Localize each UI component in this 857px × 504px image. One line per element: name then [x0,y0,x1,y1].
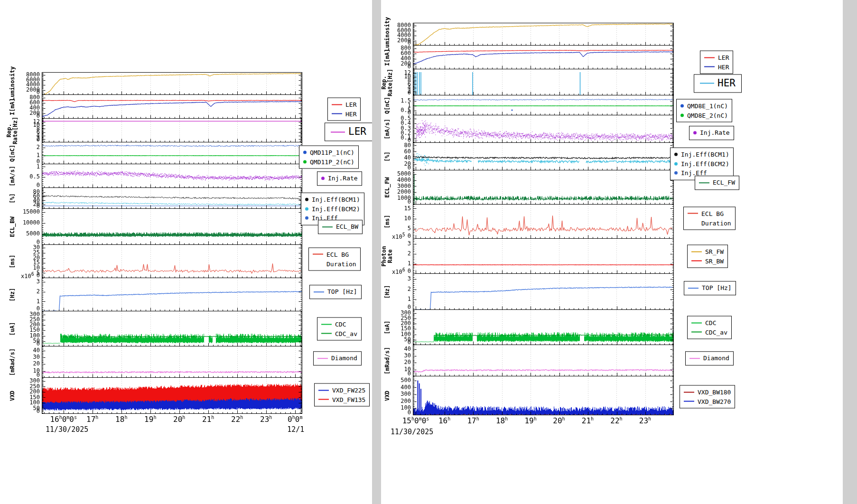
date-label: 11/30/2025 [391,428,433,436]
legend-entry: TOP [Hz] [688,283,732,293]
legend-diamond: Diamond [313,351,362,365]
ylabel-charge: Q[nC] [9,145,16,162]
legend-label: CDC_av [335,329,357,338]
ylabel-inj_eff: [%] [384,151,391,162]
legend-entry: Inj.Eff(BCM2) [674,159,729,168]
marker-line-icon [318,390,329,391]
ylabel-ecl_fw: ECL_FW [384,177,391,197]
legend-cdc: CDCCDC_av [687,316,732,339]
legend-entry: LER [331,126,366,138]
marker-dot-icon [303,160,307,163]
legend-label: TOP [Hz] [702,283,732,293]
marker-line-icon [314,291,324,292]
ylabel-cdc: [uA] [384,321,391,335]
marker-line-icon [322,226,333,227]
legend-label: ECL BG Duration [701,209,731,228]
marker-line-icon [700,83,714,84]
legend-entry: QMD8E_1(nC) [680,102,728,111]
legend-entry: QMD8E_2(nC) [680,111,728,120]
marker-line-icon [332,104,342,105]
ylabel-ecl_bg: [ms] [384,215,391,229]
legend-label: HER [717,77,736,89]
legend-entry: Inj.Eff(BCM1) [674,150,729,159]
x-tick-label: 17h [467,416,479,425]
legend-entry: SR_BW [691,256,724,266]
legend-label: HER [345,109,356,119]
legend-entry: HER [704,62,729,72]
legend-entry: Diamond [317,354,357,363]
legend-her: HER [694,74,742,93]
legend-label: Inj.Eff(BCM1) [681,150,729,159]
legend-label: VXD_FW135 [332,395,365,404]
legend-ecl-bw: ECL_BW [318,220,363,234]
ylabel-inj_eff: [%] [9,193,16,204]
legend-vxd-bw180: VXD_BW180VXD_BW270 [680,385,735,409]
date-label: 11/30/2025 [46,425,88,434]
legend-label: Inj.Eff(BCM1) [312,195,360,205]
legend-entry: QMD11P_2(nC) [303,157,354,167]
legend-label: TOP [Hz] [327,287,357,297]
ylabel-rep_rate: Rep. Rate[Hz] [6,117,18,144]
legend-label: HER [718,62,729,72]
ylabel-inj_rate: [mA/s] [9,166,16,186]
panel-right-strip-charts: LuminosityI[mA]Rep. Rate[Hz]Q[nC][mA/s][… [381,0,843,504]
marker-line-icon [313,254,323,255]
legend-label: VXD_BW270 [698,397,731,406]
legend-label: LER [348,126,366,138]
exp-label-top: x106 [21,271,34,280]
legend-label: LER [345,100,356,110]
exp-label-top: x106 [392,267,405,275]
axis-label-overlay: LuminosityI[mA]Rep. Rate[Hz]Q[nC][mA/s][… [381,0,674,415]
x-tick-label: 20h [173,415,185,424]
x-tick-label: 17h [86,415,98,424]
legend-entry: ECL BG Duration [688,209,731,228]
legend-qmd11p-1-nc: QMD11P_1(nC)QMD11P_2(nC) [299,146,359,169]
legend-entry: VXD_BW270 [684,397,731,406]
legend-inj-rate: Inj.Rate [317,171,362,186]
ylabel-vxd: VXD [384,391,391,401]
marker-line-icon [688,288,699,289]
legend-entry: LER [704,53,729,63]
legend-diamond: Diamond [685,351,734,365]
legend-label: LER [718,53,729,63]
ylabel-photon: Photon Rate [381,246,393,266]
marker-dot-icon [693,131,697,135]
ylabel-top: [Hz] [384,285,391,299]
x-axis: 15h0m0s16h17h18h19h20h21h22h23h11/30/202… [381,415,674,439]
x-tick-label: 23h [639,416,651,425]
legend-ler: LERHER [327,98,361,121]
marker-line-icon [704,57,715,58]
marker-dot-icon [305,207,308,211]
marker-line-icon [684,401,694,402]
exp-label-photon: x105 [392,232,405,240]
marker-line-icon [332,113,342,114]
ylabel-current: I[mA] [9,98,16,115]
marker-line-icon [691,322,702,323]
marker-dot-icon [680,104,684,108]
legend-entry: Diamond [689,354,729,363]
legend-label: SR_FW [705,247,724,257]
legend-entry: QMD11P_1(nC) [303,148,354,158]
x-tick-label: 15h0m0s [402,416,429,425]
legend-entry: HER [700,77,736,89]
x-tick-label: 16h0m0s [50,415,77,424]
legend-ecl-fw: ECL_FW [695,176,739,190]
x-tick-label: 20h [553,416,565,425]
legend-entry: CDC [691,318,727,328]
ylabel-current: I[mA] [384,49,391,66]
ylabel-ecl_bg: [ms] [9,255,16,269]
legend-label: VXD_FW225 [332,386,365,395]
legend-inj-rate: Inj.Rate [689,126,734,140]
x-tick-label: 19h [144,415,156,424]
legend-label: QMD11P_1(nC) [310,148,354,158]
marker-line-icon [321,333,332,334]
legend-inj-eff-bcm1: Inj.Eff(BCM1)Inj.Eff(BCM2)Inj.Eff [670,148,734,180]
legend-label: ECL BG Duration [326,250,356,269]
legend-entry: HER [332,109,356,119]
x-tick-label: 16h [438,416,450,425]
x-tick-label: 21h [202,415,214,424]
legend-label: QMD8E_1(nC) [687,102,728,111]
ylabel-luminosity: Luminosity [384,17,391,51]
legend-label: QMD8E_2(nC) [687,111,728,120]
legend-entry: CDC_av [321,329,357,338]
